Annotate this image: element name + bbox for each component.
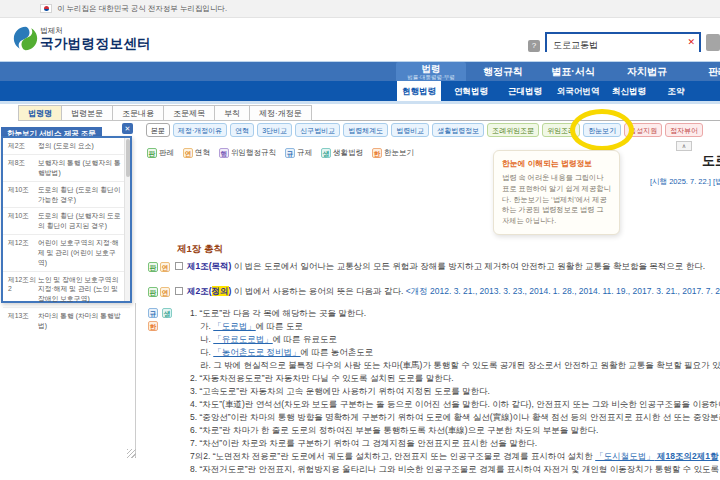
toolbar-button[interactable]: 본문: [146, 123, 170, 137]
toolbar-button[interactable]: 점자뷰어: [665, 123, 703, 137]
panel-row[interactable]: 제12조의2노인 및 장애인 보호구역의 지정·해제 및 관리 (노인 및 장애…: [3, 272, 130, 309]
tab-item[interactable]: 조문내용: [113, 105, 164, 121]
legend-label: 규제: [297, 148, 312, 157]
text-segment: 7의2. “노면전차 전용로”란 도로에서 궤도를 설치하고, 안전표지 또는 …: [190, 451, 595, 461]
toolbar-button[interactable]: 법령비교: [391, 123, 429, 137]
panel-row[interactable]: 제2조정의 (도로의 요소): [3, 138, 130, 155]
regulation-icon[interactable]: 규: [148, 308, 158, 318]
article-checkbox[interactable]: [175, 287, 183, 295]
sub-nav-item[interactable]: 최신법령: [608, 81, 650, 101]
legend-label: 연혁: [195, 148, 210, 157]
collapse-tab[interactable]: ∧: [676, 141, 692, 151]
clear-search-icon[interactable]: ✕: [687, 38, 695, 47]
text-segment: 5. “중앙선”이란 차마의 통행 방향을 명확하게 구분하기 위하여 도로에 …: [190, 412, 720, 422]
toolbar-button[interactable]: 제정·개정이유: [173, 123, 227, 137]
law-link[interactable]: 제18조의2제1항: [655, 451, 719, 461]
law-link[interactable]: 「유료도로법」: [213, 334, 273, 344]
panel-row[interactable]: 제13조차마의 통행 (차마의 통행방법): [3, 308, 130, 334]
toolbar-button[interactable]: 위임조례: [542, 123, 580, 137]
panel-row[interactable]: 제10조도로의 횡단 (도로의 횡단이 가능한 경우): [3, 182, 130, 209]
text-segment: 6. “차로”란 차마가 한 줄로 도로의 정하여진 부분을 통행하도록 차선(…: [190, 425, 598, 435]
glance-icon: 한: [372, 148, 382, 158]
toolbar-button[interactable]: 3단비교: [257, 123, 292, 137]
glance-panel: 한눈보기 서비스 제공 조문 ✕ 제2조정의 (도로의 요소)제8조보행자의 통…: [1, 122, 133, 141]
precedent-icon[interactable]: 판: [148, 262, 158, 272]
sub-nav-item[interactable]: 외국어번역: [554, 81, 602, 101]
search-button-partial[interactable]: [706, 34, 720, 51]
sub-nav-item[interactable]: 조약: [664, 81, 688, 101]
line-marker-icons: 한: [148, 321, 160, 331]
panel-row[interactable]: 제8조보행자의 통행 (보행자의 통행방법): [3, 155, 130, 182]
law-line: 8. “자전거도로”란 안전표지, 위험방지용 울타리나 그와 비슷한 인공구조…: [148, 463, 720, 476]
resize-grip[interactable]: [127, 449, 136, 458]
sub-nav-item[interactable]: 현행법령: [397, 81, 441, 101]
law-line: 6. “차로”란 차마가 한 줄로 도로의 정하여진 부분을 통행하도록 차선(…: [148, 424, 720, 437]
law-title: 도로교통법: [702, 152, 720, 170]
toolbar-button[interactable]: 법령체계도: [343, 123, 388, 137]
precedent-icon: 판: [147, 148, 157, 158]
enforcement-info: [시행 2025. 7. 22.] [법률: [650, 177, 720, 187]
article-desc: 차마의 통행 (차마의 통행방법): [38, 311, 121, 331]
article-checkbox[interactable]: [175, 262, 183, 270]
tab-active[interactable]: 법령명: [18, 105, 62, 121]
legend-item: 행위임행정규칙: [219, 141, 276, 159]
history-icon[interactable]: 연: [160, 262, 170, 272]
tab-item[interactable]: 부칙: [215, 105, 250, 121]
text-segment: 에 따른 농어촌도로: [301, 347, 374, 357]
article-desc: 보행자의 통행 (보행자의 통행방법): [38, 158, 121, 178]
law-link[interactable]: 「도로법」: [213, 321, 256, 331]
tree-divider: [135, 303, 136, 458]
tab-bar: 법령명법령본문조문내용조문제목부칙제정·개정문: [18, 105, 720, 121]
glance-tooltip: 한눈에 이해되는 법령정보 법령 속 어려운 내용을 그림이나 표로 표현하여 …: [493, 150, 620, 235]
search-box: ✕: [545, 32, 701, 52]
panel-row[interactable]: 제12조어린이 보호구역의 지정·해제 및 관리 (어린이 보호구역): [3, 235, 130, 272]
law-link[interactable]: 「농어촌도로 정비법」: [213, 347, 300, 357]
article-desc: 노인 및 장애인 보호구역의 지정·해제 및 관리 (노인 및 장애인 보호구역…: [38, 275, 121, 305]
main-nav-label: 판례·해석례등: [708, 66, 720, 77]
law-link[interactable]: 「도시철도법」: [595, 451, 655, 461]
main-nav-item[interactable]: 자치법규: [612, 62, 682, 81]
law-line: 2. “자동차전용도로”란 자동차만 다닐 수 있도록 설치된 도로를 말한다.: [148, 372, 720, 385]
gov-banner: 이 누리집은 대한민국 공식 전자정부 누리집입니다.: [0, 0, 720, 18]
help-button[interactable]: ?: [528, 40, 540, 52]
tab-item[interactable]: 조문제목: [164, 105, 215, 121]
scrollbar-thumb[interactable]: [126, 139, 130, 177]
toolbar-button[interactable]: 음성지원: [624, 123, 662, 137]
panel-row[interactable]: 제10조도로의 횡단 (보행자의 도로의 횡단이 금지된 경우): [3, 208, 130, 235]
toolbar-button[interactable]: 조례위임조문: [487, 123, 539, 137]
main-nav-item[interactable]: 별표·서식: [540, 62, 606, 81]
text-segment: 4. “차도”(車道)란 연석선(차도와 보도를 구분하는 돌 등으로 이어진 …: [190, 399, 720, 409]
search-input[interactable]: [547, 38, 699, 54]
sub-nav-item[interactable]: 연혁법령: [450, 81, 492, 101]
life-law-icon: 생: [321, 148, 331, 158]
history-icon: 연: [183, 148, 193, 158]
toolbar-button[interactable]: 신구법비교: [295, 123, 340, 137]
tab-item[interactable]: 제정·개정문: [250, 105, 312, 121]
legend-item: 판판례: [147, 141, 174, 159]
legend-item: 규규제: [285, 141, 312, 159]
glance-icon[interactable]: 한: [148, 321, 158, 331]
toolbar-button[interactable]: 한눈보기: [583, 123, 621, 137]
history-icon[interactable]: 연: [160, 287, 170, 297]
toolbar-button[interactable]: 연혁: [230, 123, 254, 137]
nav-divider: [0, 101, 720, 104]
legend-item: 연연혁: [183, 141, 210, 159]
main-nav: 법령법률·대통령령·부령행정규칙별표·서식자치법규판례·해석례등: [0, 62, 720, 81]
main-nav-item[interactable]: 행정규칙: [470, 62, 536, 81]
law-line: 규생1. “도로”란 다음 각 목에 해당하는 곳을 말한다.: [148, 307, 720, 320]
life-law-icon[interactable]: 생: [162, 308, 172, 318]
article-number: 제10조: [8, 211, 38, 231]
text-segment: 2. “자동차전용도로”란 자동차만 다닐 수 있도록 설치된 도로를 말한다.: [190, 373, 454, 383]
panel-scrollbar[interactable]: [124, 138, 130, 301]
sub-nav-item[interactable]: 근대법령: [504, 81, 546, 101]
main-nav-item[interactable]: 판례·해석례등: [692, 62, 720, 81]
panel-close-button[interactable]: ✕: [122, 123, 133, 134]
main-nav-sublabel: 법률·대통령령·부령: [396, 74, 466, 81]
main-nav-item[interactable]: 법령법률·대통령령·부령: [396, 62, 466, 81]
tab-item[interactable]: 법령본문: [62, 105, 113, 121]
legend-label: 판례: [159, 148, 174, 157]
sub-nav: 현행법령연혁법령근대법령외국어번역최신법령조약: [0, 81, 720, 101]
toolbar-button[interactable]: 생활법령정보: [432, 123, 484, 137]
text-segment: 이 법에서 사용하는 용어의 뜻은 다음과 같다.: [231, 286, 405, 296]
precedent-icon[interactable]: 판: [148, 287, 158, 297]
